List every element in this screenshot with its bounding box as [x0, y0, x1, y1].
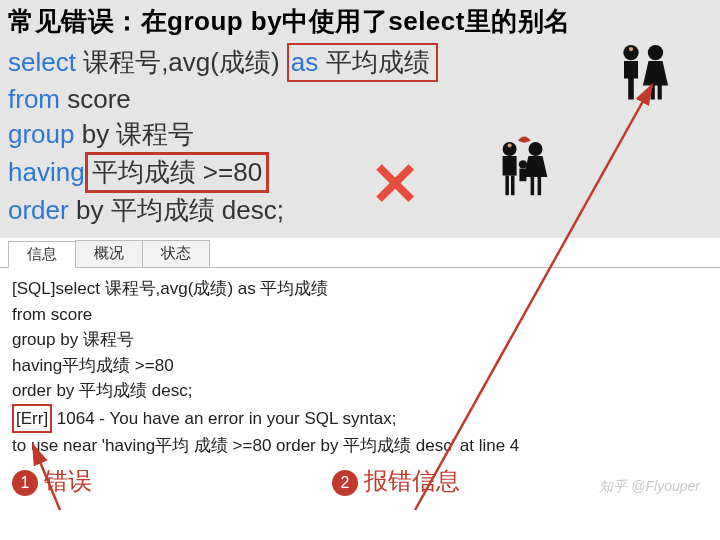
slide-top-section: 常见错误：在group by中使用了select里的别名 select 课程号,…	[0, 0, 720, 238]
having-highlight-box: 平均成绩 >=80	[85, 152, 270, 193]
label-error-text: 错误	[44, 467, 92, 494]
sql-line-group: group by 课程号	[8, 117, 712, 152]
svg-point-13	[519, 160, 527, 168]
tab-status[interactable]: 状态	[142, 240, 210, 267]
order-rest: by 平均成绩 desc;	[69, 195, 284, 225]
svg-rect-3	[651, 82, 655, 100]
result-panel: [SQL]select 课程号,avg(成绩) as 平均成绩 from sco…	[0, 268, 720, 463]
sql-code-block: select 课程号,avg(成绩) as 平均成绩 from score gr…	[8, 43, 712, 228]
keyword-having: having	[8, 157, 85, 187]
svg-point-6	[508, 143, 512, 147]
cross-mark-icon: ✕	[370, 155, 420, 215]
couple-icon	[610, 40, 680, 114]
family-icon	[490, 135, 560, 209]
svg-point-10	[529, 142, 543, 156]
result-tabs: 信息 概况 状态	[0, 240, 720, 268]
keyword-from: from	[8, 84, 60, 114]
result-line-3: group by 课程号	[12, 327, 708, 353]
label-error-info-text: 报错信息	[364, 467, 460, 494]
svg-rect-7	[503, 156, 517, 176]
badge-1: 1	[12, 470, 38, 496]
svg-rect-8	[505, 176, 509, 196]
svg-rect-11	[531, 176, 535, 196]
annotation-error-info: 2报错信息	[332, 465, 460, 497]
select-columns: 课程号,avg(成绩)	[76, 47, 287, 77]
badge-2: 2	[332, 470, 358, 496]
alias-highlight-box: as 平均成绩	[287, 43, 438, 82]
result-line-1: [SQL]select 课程号,avg(成绩) as 平均成绩	[12, 276, 708, 302]
group-column: 课程号	[116, 119, 194, 149]
watermark-text: 知乎 @Flyouper	[599, 478, 700, 496]
keyword-select: select	[8, 47, 76, 77]
keyword-order: order	[8, 195, 69, 225]
result-line-err: [Err] 1064 - You have an error in your S…	[12, 404, 708, 434]
err-message: 1064 - You have an error in your SQL syn…	[52, 409, 396, 428]
result-line-7: to use near 'having平均 成绩 >=80 order by 平…	[12, 433, 708, 459]
tab-overview[interactable]: 概况	[75, 240, 143, 267]
svg-rect-9	[511, 176, 515, 196]
err-label-box: [Err]	[12, 404, 52, 434]
from-table: score	[60, 84, 131, 114]
svg-point-2	[648, 45, 663, 60]
result-line-5: order by 平均成绩 desc;	[12, 378, 708, 404]
svg-point-1	[629, 47, 633, 51]
sql-line-order: order by 平均成绩 desc;	[8, 193, 712, 228]
slide-heading: 常见错误：在group by中使用了select里的别名	[8, 4, 712, 39]
svg-rect-14	[519, 169, 526, 182]
sql-line-having: having平均成绩 >=80	[8, 152, 712, 193]
keyword-as: as	[291, 47, 318, 77]
svg-rect-12	[538, 176, 542, 196]
sql-line-select: select 课程号,avg(成绩) as 平均成绩	[8, 43, 712, 82]
keyword-by: by	[75, 119, 117, 149]
sql-line-from: from score	[8, 82, 712, 117]
result-line-4: having平均成绩 >=80	[12, 353, 708, 379]
alias-text: 平均成绩	[318, 47, 429, 77]
annotation-error: 1错误	[12, 465, 92, 497]
svg-rect-4	[658, 82, 662, 100]
tab-info[interactable]: 信息	[8, 241, 76, 268]
result-line-2: from score	[12, 302, 708, 328]
keyword-group: group	[8, 119, 75, 149]
